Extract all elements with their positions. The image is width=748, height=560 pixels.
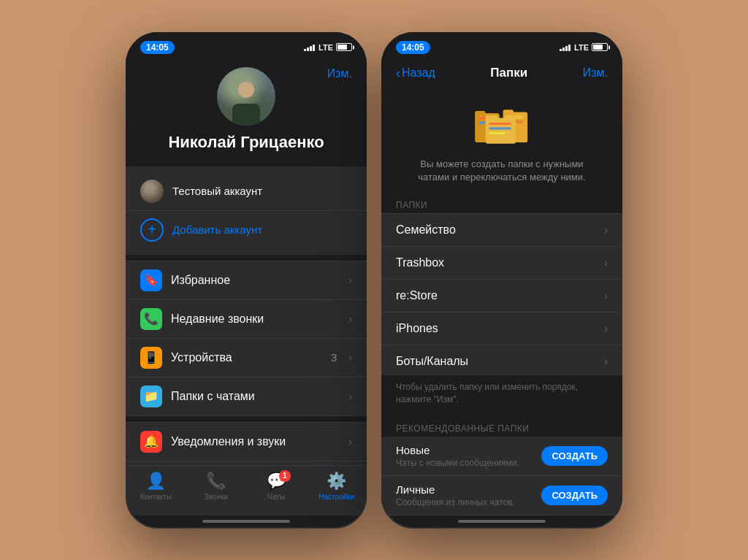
chevron-icon: › [604,290,608,302]
folder-name-trashbox: Trashbox [396,256,444,269]
phones-container: 14:05 LTE Изм. [126,32,622,529]
calls-icon: 📞 [140,308,162,330]
settings-item-folders[interactable]: 📁 Папки с чатами › [126,377,367,416]
svg-rect-9 [486,115,499,120]
svg-rect-11 [489,127,511,129]
test-account-name: Тестовый аккаунт [172,185,262,197]
lte-label: LTE [318,43,333,52]
add-account-label: Добавить аккаунт [172,223,262,236]
profile-section: Изм. Николай Грицаенко [126,60,367,166]
folder-item-bots[interactable]: Боты/Каналы › [381,345,622,375]
profile-name: Николай Грицаенко [168,133,324,152]
folder-hint: Чтобы удалить папку или изменить порядок… [381,375,622,415]
right-status-bar: 14:05 LTE [381,32,622,60]
plus-icon: + [140,218,164,242]
lte-label: LTE [574,43,589,52]
devices-icon: 📱 [140,347,162,369]
folder-item-restore[interactable]: re:Store › [381,280,622,312]
chevron-left-icon: ‹ [396,66,400,81]
folder-item-trashbox[interactable]: Trashbox › [381,247,622,280]
folder-list: Семейство › Trashbox › re:Store › iPhone… [381,213,622,375]
chats-tab-label: Чаты [267,493,285,501]
account-avatar [140,180,164,203]
back-button[interactable]: ‹ Назад [396,66,435,81]
battery-icon [336,43,352,51]
tab-bar: 👤 Контакты 📞 Звонки 💬 1 Чаты ⚙️ Настройк… [126,465,367,515]
notifications-icon: 🔔 [140,431,162,453]
chevron-icon: › [348,352,352,364]
chats-badge: 1 [279,470,291,482]
folder-svg-icon [473,100,531,147]
right-status-icons: LTE [560,43,608,52]
back-label: Назад [402,66,435,80]
avatar-body [232,104,260,126]
folder-item-iphones[interactable]: iPhones › [381,312,622,345]
left-screen: Изм. Николай Грицаенко Тестовый аккаунт [126,60,367,465]
settings-item-notifications[interactable]: 🔔 Уведомления и звуки › [126,422,367,461]
chevron-icon: › [604,323,608,334]
folder-illustration [381,88,622,153]
recommended-section: РЕКОМЕНДОВАННЫЕ ПАПКИ Новые Чаты с новым… [381,418,622,515]
settings-group-1: 🔖 Избранное › 📞 Недавние звонки › 📱 Устр… [126,261,367,416]
rec-subtitle-personal: Сообщения из личных чатов. [396,497,541,507]
recommended-item-new: Новые Чаты с новыми сообщениями. СОЗДАТЬ [381,437,622,476]
folder-name-restore: re:Store [396,289,438,302]
chevron-icon: › [604,257,608,269]
battery-icon [592,43,608,51]
account-avatar-inner [140,180,164,203]
svg-rect-10 [489,122,511,124]
folder-item-family[interactable]: Семейство › [381,213,622,247]
add-account-item[interactable]: + Добавить аккаунт [126,210,367,249]
rec-title-new: Новые [396,444,541,456]
recommended-item-personal: Личные Сообщения из личных чатов. СОЗДАТ… [381,476,622,515]
rec-text-personal: Личные Сообщения из личных чатов. [396,483,541,507]
left-status-icons: LTE [304,43,352,52]
rec-subtitle-new: Чаты с новыми сообщениями. [396,458,541,468]
avatar [217,67,275,126]
settings-tab-icon: ⚙️ [327,472,346,491]
nav-edit-button[interactable]: Изм. [583,66,608,80]
chats-badge-container: 💬 1 [267,472,286,491]
settings-group-2: 🔔 Уведомления и звуки › 🔒 Конфиденциальн… [126,422,367,465]
home-indicator [202,520,290,523]
signal-icon [304,44,315,51]
calls-tab-label: Звонки [205,493,228,501]
folders-icon: 📁 [140,386,162,407]
tab-settings[interactable]: ⚙️ Настройки [307,472,367,501]
chevron-icon: › [604,224,608,236]
test-account-item[interactable]: Тестовый аккаунт [126,172,367,210]
tab-calls[interactable]: 📞 Звонки [186,472,247,501]
folder-nav: ‹ Назад Папки Изм. [381,60,622,88]
svg-rect-1 [503,110,514,114]
folder-name-family: Семейство [396,223,456,237]
settings-item-devices[interactable]: 📱 Устройства 3 › [126,339,367,377]
left-time: 14:05 [140,41,175,54]
chevron-icon: › [348,391,352,402]
right-phone: 14:05 LTE ‹ Назад [381,32,622,529]
recommended-section-header: РЕКОМЕНДОВАННЫЕ ПАПКИ [381,418,622,437]
notifications-label: Уведомления и звуки [171,435,340,448]
folder-name-iphones: iPhones [396,322,438,335]
calls-tab-icon: 📞 [206,472,226,491]
tab-chats[interactable]: 💬 1 Чаты [246,472,307,501]
edit-button-top[interactable]: Изм. [327,67,352,80]
rec-text-new: Новые Чаты с новыми сообщениями. [396,444,541,468]
create-new-button[interactable]: СОЗДАТЬ [541,446,608,466]
bookmarks-label: Избранное [171,274,340,287]
chevron-icon: › [348,436,352,448]
tab-contacts[interactable]: 👤 Контакты [126,472,186,501]
create-personal-button[interactable]: СОЗДАТЬ [541,486,608,505]
contacts-tab-icon: 👤 [146,472,166,491]
right-screen: ‹ Назад Папки Изм. [381,60,622,515]
folder-name-bots: Боты/Каналы [396,355,468,368]
folders-section-header: ПАПКИ [381,194,622,213]
settings-item-calls[interactable]: 📞 Недавние звонки › [126,300,367,339]
avatar-person [228,78,264,126]
right-time: 14:05 [396,41,430,54]
rec-title-personal: Личные [396,483,541,496]
bookmarks-icon: 🔖 [140,269,162,291]
battery-fill [593,45,603,50]
chevron-icon: › [348,275,352,286]
svg-rect-8 [486,118,516,143]
settings-item-bookmarks[interactable]: 🔖 Избранное › [126,261,367,300]
